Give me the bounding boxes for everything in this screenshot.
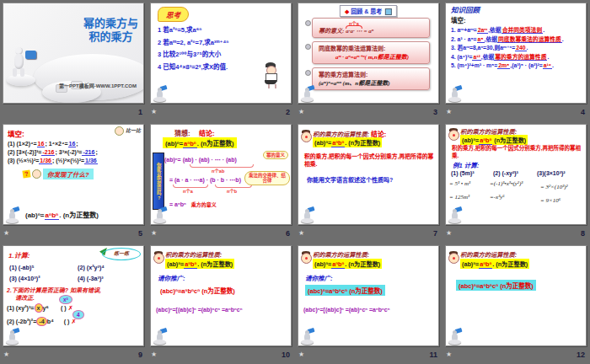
slide-thumbnail-12[interactable]: 积的乘方的运算性质: (ab)ⁿ=aⁿbⁿ. (n为正整数) (abc)ⁿ=aⁿ… [445, 245, 587, 346]
slide-meta-11: ★ 11 [298, 346, 441, 362]
boy-icon [32, 169, 41, 179]
blank-row: (1) (1×2)⁴=16; 1⁴×2⁴=16; [8, 141, 142, 147]
figurine-icon [301, 206, 315, 223]
highlighted-formula: (ab)ⁿ=aⁿbⁿ. (n为正整数) [313, 137, 382, 147]
answer: aⁿbⁿ [45, 211, 60, 220]
property-title: 积的乘方的运算性质: [460, 250, 517, 259]
animation-star-icon[interactable]: ★ [151, 351, 157, 358]
slide-number: 6 [286, 229, 290, 238]
puzzle-piece-blue-icon [25, 51, 36, 59]
slide-number: 4 [581, 108, 585, 116]
review-item: 4. (a⁴)³=a¹²,依据幂的乘方的运算性质. [451, 53, 583, 62]
slide-cell-3: ◆ 回顾 & 思考 幂的意义: n个a a·a· ⋯ = aⁿ [295, 0, 442, 121]
scroll-banner-power-meaning: 幂的意义: n个a a·a· ⋯ = aⁿ [312, 18, 430, 38]
slide-meta-4: ★ 4 [445, 104, 588, 120]
question-item: 1 若a²ⁿ=5,求a⁶ⁿ [158, 24, 228, 37]
clown-icon [301, 130, 312, 142]
slide-thumbnail-7[interactable]: 积的乘方的运算性质: 结论: (ab)ⁿ=aⁿbⁿ. (n为正整数) 积的乘方,… [298, 124, 439, 225]
slide-meta-5: ★ 5 [3, 225, 146, 241]
answer: 合并同类项法则 [502, 27, 544, 34]
slide-meta-7: ★ 7 [298, 225, 441, 241]
conclusion-formula: (ab)ⁿ=aⁿbⁿ. (n为正整数) [25, 210, 99, 219]
animation-star-icon[interactable]: ★ [298, 351, 304, 358]
animation-star-icon[interactable]: ★ [298, 230, 304, 237]
answer: aⁿbⁿ [184, 260, 197, 269]
slide-cell-1: 幂的乘方与 积的乘方 第一PPT模板网-WWW.1PPT.COM 1 [0, 0, 148, 121]
slide-thumbnail-1[interactable]: 幂的乘方与 积的乘方 第一PPT模板网-WWW.1PPT.COM [3, 3, 144, 104]
slide-thumbnail-10[interactable]: 积的乘方的运算性质: (ab)ⁿ=aⁿbⁿ. (n为正整数) 请你推广: (ab… [150, 245, 292, 346]
animation-star-icon[interactable]: ★ [298, 109, 304, 115]
animation-star-icon[interactable]: ★ [3, 230, 9, 237]
slide-thumbnail-6[interactable]: 猜想: 结论: (ab)ⁿ=aⁿbⁿ. (n为正整数) 你能说明理由吗? (ab… [150, 124, 292, 225]
animation-star-icon[interactable]: ★ [151, 109, 157, 115]
derivation-line-2: = (a · a · ⋯a) · (b · b · ⋯b) [169, 177, 241, 184]
figurine-icon [6, 327, 20, 345]
animation-star-icon[interactable]: ★ [446, 230, 452, 237]
deck-title-line2: 积的乘方 [83, 30, 138, 44]
extended-derivation: (abc)ⁿ=[(ab)c]ⁿ =(ab)ⁿcⁿ =aⁿbⁿcⁿ [156, 307, 242, 313]
slide-thumbnail-9[interactable]: 1.计算: 练一练 (1) (-ab)⁵ (2) (x²y³)⁴ (3) (4×… [3, 245, 144, 346]
answer: -216 [41, 149, 55, 156]
slide-sorter-view: 幂的乘方与 积的乘方 第一PPT模板网-WWW.1PPT.COM 1 思考 1 … [0, 0, 590, 364]
generalize-label: 请你推广: [305, 273, 333, 282]
diamond-bullet-icon: ◆ [345, 8, 349, 14]
review-item: 1. aᵐ+aᵐ=2aᵐ,依据合并同类项法则. [451, 26, 583, 35]
slide-thumbnail-2[interactable]: 思考 1 若a²ⁿ=5,求a⁶ⁿ 2 若aᵐ=2, a²ⁿ=7,求a³ᵐ⁺⁴ⁿ … [150, 3, 292, 104]
animation-star-icon[interactable]: ★ [3, 351, 9, 358]
question-item: 4 已知4⁴×8³=2ˣ,求X的值. [158, 62, 228, 74]
slide-meta-1: 1 [3, 104, 146, 120]
highlighted-formula: (ab)ⁿ=aⁿbⁿ. (n为正整数) [165, 259, 234, 269]
answer-paren: ( ) [61, 304, 67, 312]
circled-error: x [35, 303, 43, 313]
circled-error: -4 [36, 317, 46, 326]
check-item-1: (1) (xy²)³=xy⁶ ( ) ✗ [7, 303, 73, 313]
animation-star-icon[interactable]: ★ [446, 109, 452, 115]
answer: 1/36 [84, 158, 98, 164]
figurine-icon [6, 206, 20, 223]
slide-number: 9 [138, 351, 142, 359]
work-step: =(-1)³•x³•(y²)³ [490, 180, 523, 187]
slide-thumbnail-3[interactable]: ◆ 回顾 & 思考 幂的意义: n个a a·a· ⋯ = aⁿ [298, 3, 439, 104]
underbrace-label: n个ab [212, 168, 224, 174]
slide-number: 10 [282, 351, 290, 359]
animation-star-icon[interactable]: ★ [151, 230, 157, 237]
slide-cell-11: 积的乘方的运算性质: (ab)ⁿ=aⁿbⁿ. (n为正整数) 请你推广: (ab… [295, 243, 442, 364]
banner2-title: 同底数幂的乘法运算法则: [319, 44, 426, 52]
slide-thumbnail-5[interactable]: 比一比 填空: (1) (1×2)⁴=16; 1⁴×2⁴=16; (2) [3×… [3, 124, 144, 225]
figurine-icon [153, 327, 168, 345]
highlighted-formula: (ab)ⁿ=aⁿbⁿ. (n为正整数) [460, 259, 529, 269]
highlighted-formula: (ab)ⁿ=aⁿbⁿ. (n为正整数) [313, 259, 382, 269]
slide-thumbnail-8[interactable]: 积的乘方的运算性质: (ab)ⁿ=aⁿbⁿ (n为正整数) 积的乘方,把积的每一… [445, 124, 587, 225]
calc-title: 1.计算: [8, 250, 30, 260]
answer: a¹⁹ [543, 62, 552, 69]
deck-title: 幂的乘方与 积的乘方 [83, 17, 138, 43]
slide-number: 12 [577, 351, 585, 359]
slide-thumbnail-11[interactable]: 积的乘方的运算性质: (ab)ⁿ=aⁿbⁿ. (n为正整数) 请你推广: (ab… [298, 245, 439, 346]
figurine-icon [153, 206, 168, 223]
scroll-banner-same-base-rule: 同底数幂的乘法运算法则: aᵐ · aⁿ=aᵐ⁺ⁿ( m,n都是正整数) [312, 41, 430, 64]
banner2-formula: aᵐ · aⁿ=aᵐ⁺ⁿ( m,n都是正整数) [319, 52, 426, 61]
underbrace-label: n个a [183, 188, 193, 195]
animation-star-icon[interactable]: ★ [446, 351, 452, 358]
clown-icon [301, 251, 312, 264]
extended-formula: (abc)ⁿ=aⁿbⁿcⁿ (n为正整数) [158, 285, 238, 296]
reason-bubble: 幂的意义 [263, 151, 288, 159]
clown-icon [448, 251, 459, 264]
slide-cell-4: 知识回顾 填空: 1. aᵐ+aᵐ=2aᵐ,依据合并同类项法则. 2. a³ ·… [442, 0, 590, 121]
slide-thumbnail-4[interactable]: 知识回顾 填空: 1. aᵐ+aᵐ=2aᵐ,依据合并同类项法则. 2. a³ ·… [445, 3, 587, 104]
example-label: 例1 计算: [453, 160, 479, 169]
problem-2: (2) (-xy²)³ [493, 170, 518, 176]
answer: aⁿbⁿ [183, 140, 197, 148]
figurine-icon [448, 84, 463, 102]
extended-formula-highlighted: (abc)ⁿ=aⁿbⁿcⁿ (n为正整数) [305, 285, 385, 296]
banner1-label: 幂的意义: [319, 28, 344, 35]
clown-icon [448, 128, 459, 141]
section-header-label: 回顾 & 思考 [351, 8, 382, 14]
question-item: 2 若aᵐ=2, a²ⁿ=7,求a³ᵐ⁺⁴ⁿ [158, 37, 228, 50]
answer: aⁿbⁿ [479, 260, 492, 269]
exercise-item: (4) (-3a³)³ [78, 275, 104, 282]
answer: 16 [68, 141, 77, 147]
verbalize-question: 你能用文字语言叙述这个性质吗? [307, 175, 393, 184]
answer: 16 [37, 141, 46, 147]
compare-badge-label: 比一比 [126, 128, 141, 133]
